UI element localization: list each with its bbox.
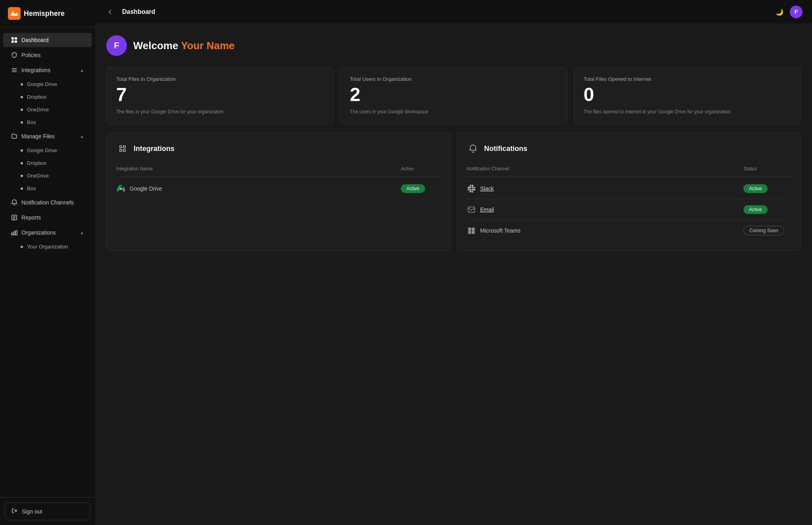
manage-files-icon [11, 133, 17, 139]
svg-rect-4 [15, 40, 17, 43]
integrations-panel-icon [116, 142, 129, 155]
stat-desc-total-files: The files in your Google Drive for your … [116, 108, 324, 115]
stat-label-total-files: Total Files In Organization [116, 76, 324, 82]
sidebar-nav: Dashboard Policies Integrations ▲ Google… [0, 27, 95, 497]
welcome-name: Your Name [181, 40, 234, 52]
sidebar-group-organizations[interactable]: Organizations ▲ [3, 225, 92, 240]
topbar-actions: 🌙 F [774, 6, 802, 18]
notifications-panel-title: Notifications [484, 145, 527, 153]
microsoft-teams-icon [467, 226, 476, 235]
sidebar-item-reports-label: Reports [21, 214, 41, 221]
sidebar-group-manage-files[interactable]: Manage Files ▲ [3, 129, 92, 143]
collapse-sidebar-button[interactable] [105, 6, 116, 17]
welcome-text-container: Welcome Your Name [133, 40, 235, 52]
sidebar-group-manage-files-label: Manage Files [21, 133, 76, 139]
sidebar-item-managefiles-box[interactable]: Box [3, 182, 92, 195]
welcome-label: Welcome [133, 40, 181, 52]
integration-googledrive-label: Google Drive [130, 185, 162, 192]
integrations-col-name: Integration Name [116, 166, 401, 172]
slack-icon [467, 184, 476, 193]
dashboard-icon [11, 37, 17, 43]
page-title: Dashboard [122, 8, 768, 15]
sidebar-item-integrations-box[interactable]: Box [3, 116, 92, 128]
svg-rect-14 [15, 231, 17, 235]
table-row: Slack Active [467, 178, 791, 199]
bullet-icon [21, 149, 23, 152]
table-row: Email Active [467, 199, 791, 220]
stat-cards: Total Files In Organization 7 The files … [106, 67, 801, 124]
sidebar-group-integrations[interactable]: Integrations ▲ [3, 63, 92, 77]
manage-files-sub-items: Google Drive Dropbox OneDrive Box [0, 144, 95, 195]
sign-out-button[interactable]: Sign out [5, 502, 90, 520]
email-icon [467, 205, 476, 214]
bullet-icon [21, 162, 23, 164]
sidebar-item-policies[interactable]: Policies [3, 48, 92, 62]
table-row: Google Drive Active [116, 178, 440, 199]
integrations-panel: Integrations Integration Name Active [106, 132, 450, 251]
bullet-icon [21, 109, 23, 111]
notifications-table-header: Notification Channel Status [467, 163, 791, 177]
welcome-section: F Welcome Your Name [106, 35, 801, 56]
google-drive-icon [116, 184, 126, 193]
svg-rect-12 [11, 233, 13, 235]
integration-name-googledrive: Google Drive [116, 184, 401, 193]
notifications-panel-header: Notifications [467, 142, 791, 155]
stat-value-files-internet: 0 [584, 85, 791, 104]
logo-icon [8, 7, 21, 20]
sidebar-item-integrations-googledrive[interactable]: Google Drive [3, 78, 92, 90]
sidebar: Hemisphere Dashboard Policies Integratio… [0, 0, 95, 525]
sidebar-item-dashboard[interactable]: Dashboard [3, 33, 92, 47]
welcome-greeting: Welcome Your Name [133, 40, 235, 52]
organizations-sub-items: Your Organization [0, 241, 95, 253]
user-avatar[interactable]: F [790, 6, 802, 18]
sidebar-item-reports[interactable]: Reports [3, 210, 92, 225]
logo-area: Hemisphere [0, 0, 95, 27]
sidebar-item-managefiles-dropbox[interactable]: Dropbox [3, 157, 92, 169]
sidebar-item-notification-channels[interactable]: Notification Channels [3, 195, 92, 210]
notification-status-slack: Active [743, 184, 791, 193]
svg-rect-3 [11, 40, 14, 43]
integrations-sub-items: Google Drive Dropbox OneDrive Box [0, 78, 95, 128]
integrations-table-header: Integration Name Active [116, 163, 440, 177]
notification-status-email: Active [743, 205, 791, 214]
stat-card-total-users: Total Users in Organization 2 The users … [340, 67, 567, 124]
bullet-icon [21, 246, 23, 248]
integrations-chevron-icon: ▲ [80, 68, 84, 73]
notifications-col-status: Status [743, 166, 791, 172]
sidebar-item-policies-label: Policies [21, 52, 40, 58]
bullet-icon [21, 187, 23, 190]
lower-section: Integrations Integration Name Active [106, 132, 801, 251]
stat-value-total-files: 7 [116, 85, 324, 104]
welcome-avatar: F [106, 35, 127, 56]
bullet-icon [21, 83, 23, 86]
sidebar-group-integrations-label: Integrations [21, 67, 76, 73]
integrations-panel-header: Integrations [116, 142, 440, 155]
sidebar-item-your-organization[interactable]: Your Organization [3, 241, 92, 253]
dashboard-body: F Welcome Your Name Total Files In Organ… [95, 24, 812, 525]
organizations-chevron-icon: ▲ [80, 231, 84, 235]
notifications-panel: Notifications Notification Channel Statu… [457, 132, 801, 251]
stat-desc-files-internet: The files opened to internet in your Goo… [584, 108, 791, 115]
notification-slack-label[interactable]: Slack [480, 185, 494, 192]
svg-rect-16 [468, 207, 475, 212]
app-name: Hemisphere [24, 10, 65, 18]
main-content: Dashboard 🌙 F F Welcome Your Name Total … [95, 0, 812, 525]
topbar: Dashboard 🌙 F [95, 0, 812, 24]
sidebar-item-managefiles-onedrive[interactable]: OneDrive [3, 170, 92, 182]
notification-name-slack: Slack [467, 184, 743, 193]
sidebar-item-managefiles-googledrive[interactable]: Google Drive [3, 144, 92, 157]
integrations-panel-title: Integrations [134, 145, 174, 153]
sidebar-item-integrations-dropbox[interactable]: Dropbox [3, 91, 92, 103]
sidebar-item-integrations-onedrive[interactable]: OneDrive [3, 103, 92, 116]
bell-icon [11, 199, 17, 206]
stat-label-files-internet: Total Files Opened to Internet [584, 76, 791, 82]
notification-email-label[interactable]: Email [480, 206, 494, 213]
sign-out-icon [11, 508, 18, 515]
bullet-icon [21, 121, 23, 124]
svg-rect-13 [13, 232, 15, 235]
sidebar-item-notification-channels-label: Notification Channels [21, 199, 74, 206]
table-row: Microsoft Teams Coming Soon [467, 220, 791, 241]
organizations-icon [11, 229, 17, 236]
stat-card-total-files: Total Files In Organization 7 The files … [106, 67, 333, 124]
dark-mode-toggle[interactable]: 🌙 [774, 6, 785, 17]
